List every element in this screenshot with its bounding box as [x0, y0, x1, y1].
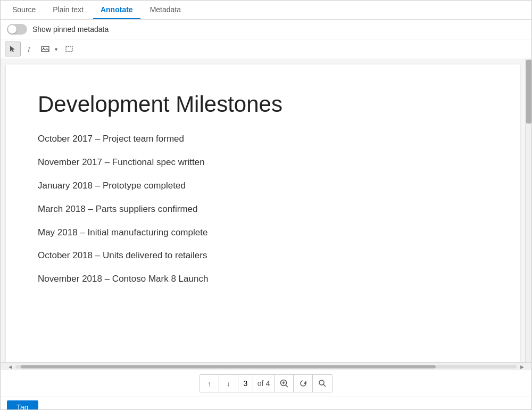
page-next-button[interactable]: ↓: [219, 375, 238, 392]
pinned-metadata-toggle[interactable]: [7, 24, 27, 35]
document-viewer: Development Milestones October 2017 – Pr…: [1, 59, 531, 363]
tab-bar: Source Plain text Annotate Metadata: [1, 1, 531, 20]
svg-rect-3: [66, 46, 72, 52]
list-item: November 2018 – Contoso Mark 8 Launch: [38, 273, 488, 285]
tab-source[interactable]: Source: [5, 1, 43, 19]
tag-button[interactable]: Tag: [7, 400, 38, 410]
svg-line-10: [323, 384, 326, 387]
annotation-toolbar: I ▾: [1, 39, 531, 59]
horizontal-scrollbar[interactable]: ◀ ▶: [1, 363, 531, 370]
image-tool-button[interactable]: [39, 42, 52, 56]
list-item: October 2017 – Project team formed: [38, 133, 488, 145]
tab-plain-text[interactable]: Plain text: [45, 1, 91, 19]
rectangle-tool-button[interactable]: [61, 42, 77, 56]
zoom-reset-button[interactable]: [294, 375, 313, 392]
scrollbar-h-track[interactable]: [15, 365, 517, 368]
list-item: May 2018 – Initial manufacturing complet…: [38, 226, 488, 239]
scroll-right-arrow[interactable]: ▶: [519, 364, 525, 370]
svg-point-9: [319, 380, 324, 385]
vertical-scrollbar[interactable]: [525, 59, 531, 362]
tab-metadata[interactable]: Metadata: [143, 1, 188, 19]
text-tool-button[interactable]: I: [22, 42, 38, 56]
pinned-metadata-label: Show pinned metadata: [32, 25, 109, 34]
image-tool-dropdown[interactable]: ▾: [52, 42, 60, 56]
search-button[interactable]: [313, 375, 332, 392]
svg-rect-1: [41, 46, 49, 52]
svg-text:I: I: [27, 45, 30, 53]
metadata-toggle-row: Show pinned metadata: [1, 20, 531, 39]
list-item: November 2017 – Functional spec written: [38, 156, 488, 169]
document-title: Development Milestones: [38, 91, 488, 118]
list-item: October 2018 – Units delivered to retail…: [38, 249, 488, 262]
scroll-left-arrow[interactable]: ◀: [7, 364, 13, 370]
page-total: of 4: [253, 375, 275, 392]
pagination-bar: ↑ ↓ of 4: [1, 370, 531, 397]
list-item: March 2018 – Parts suppliers confirmed: [38, 203, 488, 216]
tag-bar: Tag: [1, 397, 531, 410]
zoom-in-button[interactable]: [275, 375, 294, 392]
toggle-thumb: [8, 25, 16, 34]
pagination-controls: ↑ ↓ of 4: [200, 374, 332, 392]
page-prev-button[interactable]: ↑: [200, 375, 219, 392]
list-item: January 2018 – Prototype completed: [38, 179, 488, 192]
scrollbar-thumb[interactable]: [526, 60, 531, 124]
scrollbar-h-thumb: [21, 365, 436, 368]
tab-annotate[interactable]: Annotate: [93, 1, 140, 19]
page-number-input[interactable]: [238, 375, 253, 392]
document-page: Development Milestones October 2017 – Pr…: [6, 64, 520, 362]
svg-line-5: [286, 386, 288, 388]
select-tool-button[interactable]: [5, 42, 21, 56]
